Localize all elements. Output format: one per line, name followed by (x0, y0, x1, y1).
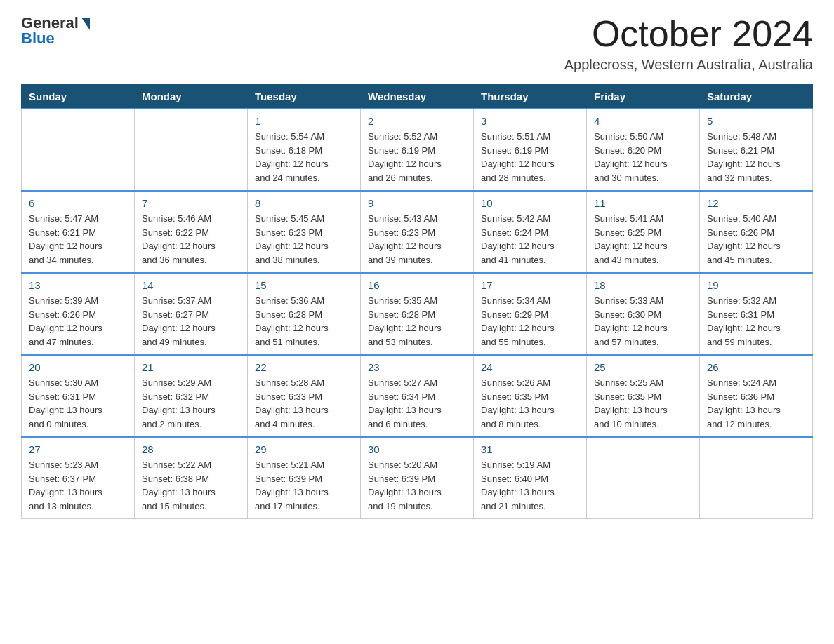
calendar-cell: 11Sunrise: 5:41 AM Sunset: 6:25 PM Dayli… (587, 191, 700, 273)
day-number: 19 (707, 279, 805, 291)
day-number: 4 (594, 115, 692, 127)
weekday-header-tuesday: Tuesday (248, 85, 361, 109)
day-number: 27 (29, 443, 127, 455)
calendar-cell: 20Sunrise: 5:30 AM Sunset: 6:31 PM Dayli… (22, 355, 135, 437)
day-info: Sunrise: 5:32 AM Sunset: 6:31 PM Dayligh… (707, 294, 805, 349)
day-info: Sunrise: 5:48 AM Sunset: 6:21 PM Dayligh… (707, 130, 805, 185)
day-info: Sunrise: 5:34 AM Sunset: 6:29 PM Dayligh… (481, 294, 579, 349)
calendar-cell: 6Sunrise: 5:47 AM Sunset: 6:21 PM Daylig… (22, 191, 135, 273)
calendar-cell: 28Sunrise: 5:22 AM Sunset: 6:38 PM Dayli… (135, 437, 248, 519)
day-info: Sunrise: 5:41 AM Sunset: 6:25 PM Dayligh… (594, 212, 692, 267)
calendar-cell: 14Sunrise: 5:37 AM Sunset: 6:27 PM Dayli… (135, 273, 248, 355)
location-title: Applecross, Western Australia, Australia (564, 57, 813, 73)
day-number: 18 (594, 279, 692, 291)
day-info: Sunrise: 5:33 AM Sunset: 6:30 PM Dayligh… (594, 294, 692, 349)
calendar-cell: 8Sunrise: 5:45 AM Sunset: 6:23 PM Daylig… (248, 191, 361, 273)
calendar-cell (22, 109, 135, 191)
weekday-header-sunday: Sunday (22, 85, 135, 109)
weekday-header-wednesday: Wednesday (361, 85, 474, 109)
day-info: Sunrise: 5:19 AM Sunset: 6:40 PM Dayligh… (481, 458, 579, 513)
calendar-cell (700, 437, 813, 519)
day-info: Sunrise: 5:39 AM Sunset: 6:26 PM Dayligh… (29, 294, 127, 349)
day-number: 1 (255, 115, 353, 127)
logo: General Blue (21, 14, 90, 48)
day-number: 31 (481, 443, 579, 455)
calendar-header: SundayMondayTuesdayWednesdayThursdayFrid… (22, 85, 813, 109)
day-info: Sunrise: 5:35 AM Sunset: 6:28 PM Dayligh… (368, 294, 466, 349)
day-info: Sunrise: 5:50 AM Sunset: 6:20 PM Dayligh… (594, 130, 692, 185)
day-info: Sunrise: 5:43 AM Sunset: 6:23 PM Dayligh… (368, 212, 466, 267)
day-info: Sunrise: 5:21 AM Sunset: 6:39 PM Dayligh… (255, 458, 353, 513)
calendar-cell (135, 109, 248, 191)
day-number: 14 (142, 279, 240, 291)
day-number: 26 (707, 361, 805, 373)
day-number: 30 (368, 443, 466, 455)
day-number: 28 (142, 443, 240, 455)
calendar-cell: 10Sunrise: 5:42 AM Sunset: 6:24 PM Dayli… (474, 191, 587, 273)
day-number: 25 (594, 361, 692, 373)
day-number: 12 (707, 197, 805, 209)
day-info: Sunrise: 5:40 AM Sunset: 6:26 PM Dayligh… (707, 212, 805, 267)
day-info: Sunrise: 5:24 AM Sunset: 6:36 PM Dayligh… (707, 376, 805, 431)
day-info: Sunrise: 5:52 AM Sunset: 6:19 PM Dayligh… (368, 130, 466, 185)
day-info: Sunrise: 5:47 AM Sunset: 6:21 PM Dayligh… (29, 212, 127, 267)
title-area: October 2024 Applecross, Western Austral… (564, 14, 813, 73)
day-info: Sunrise: 5:20 AM Sunset: 6:39 PM Dayligh… (368, 458, 466, 513)
calendar-cell: 2Sunrise: 5:52 AM Sunset: 6:19 PM Daylig… (361, 109, 474, 191)
day-info: Sunrise: 5:28 AM Sunset: 6:33 PM Dayligh… (255, 376, 353, 431)
day-number: 2 (368, 115, 466, 127)
day-info: Sunrise: 5:42 AM Sunset: 6:24 PM Dayligh… (481, 212, 579, 267)
day-info: Sunrise: 5:29 AM Sunset: 6:32 PM Dayligh… (142, 376, 240, 431)
calendar-cell: 3Sunrise: 5:51 AM Sunset: 6:19 PM Daylig… (474, 109, 587, 191)
calendar-cell: 25Sunrise: 5:25 AM Sunset: 6:35 PM Dayli… (587, 355, 700, 437)
logo-triangle-icon (81, 18, 90, 30)
calendar-week-4: 27Sunrise: 5:23 AM Sunset: 6:37 PM Dayli… (22, 437, 813, 519)
day-number: 22 (255, 361, 353, 373)
calendar-cell: 22Sunrise: 5:28 AM Sunset: 6:33 PM Dayli… (248, 355, 361, 437)
day-info: Sunrise: 5:27 AM Sunset: 6:34 PM Dayligh… (368, 376, 466, 431)
calendar-table: SundayMondayTuesdayWednesdayThursdayFrid… (21, 84, 813, 519)
day-info: Sunrise: 5:37 AM Sunset: 6:27 PM Dayligh… (142, 294, 240, 349)
calendar-cell: 13Sunrise: 5:39 AM Sunset: 6:26 PM Dayli… (22, 273, 135, 355)
day-info: Sunrise: 5:51 AM Sunset: 6:19 PM Dayligh… (481, 130, 579, 185)
day-number: 11 (594, 197, 692, 209)
calendar-cell: 29Sunrise: 5:21 AM Sunset: 6:39 PM Dayli… (248, 437, 361, 519)
calendar-cell: 17Sunrise: 5:34 AM Sunset: 6:29 PM Dayli… (474, 273, 587, 355)
day-number: 16 (368, 279, 466, 291)
calendar-week-1: 6Sunrise: 5:47 AM Sunset: 6:21 PM Daylig… (22, 191, 813, 273)
calendar-cell: 12Sunrise: 5:40 AM Sunset: 6:26 PM Dayli… (700, 191, 813, 273)
calendar-cell (587, 437, 700, 519)
day-number: 15 (255, 279, 353, 291)
calendar-cell: 19Sunrise: 5:32 AM Sunset: 6:31 PM Dayli… (700, 273, 813, 355)
day-info: Sunrise: 5:46 AM Sunset: 6:22 PM Dayligh… (142, 212, 240, 267)
calendar-cell: 26Sunrise: 5:24 AM Sunset: 6:36 PM Dayli… (700, 355, 813, 437)
day-info: Sunrise: 5:54 AM Sunset: 6:18 PM Dayligh… (255, 130, 353, 185)
calendar-cell: 23Sunrise: 5:27 AM Sunset: 6:34 PM Dayli… (361, 355, 474, 437)
day-number: 29 (255, 443, 353, 455)
day-number: 24 (481, 361, 579, 373)
day-info: Sunrise: 5:25 AM Sunset: 6:35 PM Dayligh… (594, 376, 692, 431)
day-number: 10 (481, 197, 579, 209)
day-number: 20 (29, 361, 127, 373)
day-number: 17 (481, 279, 579, 291)
calendar-week-0: 1Sunrise: 5:54 AM Sunset: 6:18 PM Daylig… (22, 109, 813, 191)
day-number: 9 (368, 197, 466, 209)
day-number: 5 (707, 115, 805, 127)
day-number: 8 (255, 197, 353, 209)
weekday-header-friday: Friday (587, 85, 700, 109)
calendar-cell: 30Sunrise: 5:20 AM Sunset: 6:39 PM Dayli… (361, 437, 474, 519)
day-number: 23 (368, 361, 466, 373)
day-number: 6 (29, 197, 127, 209)
calendar-cell: 31Sunrise: 5:19 AM Sunset: 6:40 PM Dayli… (474, 437, 587, 519)
logo-blue-text: Blue (21, 29, 55, 48)
day-info: Sunrise: 5:22 AM Sunset: 6:38 PM Dayligh… (142, 458, 240, 513)
calendar-cell: 4Sunrise: 5:50 AM Sunset: 6:20 PM Daylig… (587, 109, 700, 191)
day-number: 7 (142, 197, 240, 209)
weekday-header-saturday: Saturday (700, 85, 813, 109)
day-number: 3 (481, 115, 579, 127)
day-info: Sunrise: 5:30 AM Sunset: 6:31 PM Dayligh… (29, 376, 127, 431)
calendar-cell: 18Sunrise: 5:33 AM Sunset: 6:30 PM Dayli… (587, 273, 700, 355)
calendar-cell: 1Sunrise: 5:54 AM Sunset: 6:18 PM Daylig… (248, 109, 361, 191)
calendar-cell: 5Sunrise: 5:48 AM Sunset: 6:21 PM Daylig… (700, 109, 813, 191)
day-number: 13 (29, 279, 127, 291)
